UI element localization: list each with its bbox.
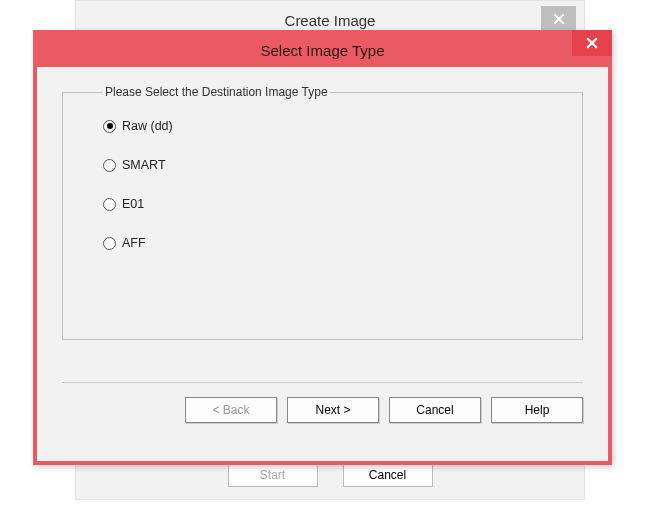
modal-close-button[interactable] [572, 30, 612, 56]
back-button[interactable]: < Back [185, 397, 277, 423]
radio-indicator [103, 198, 116, 211]
start-button[interactable]: Start [228, 463, 318, 487]
next-button[interactable]: Next > [287, 397, 379, 423]
radio-aff[interactable]: AFF [103, 236, 542, 250]
radio-indicator [103, 237, 116, 250]
modal-button-row: < Back Next > Cancel Help [37, 383, 608, 423]
modal-title: Select Image Type [261, 42, 385, 59]
radio-indicator [103, 120, 116, 133]
modal-body: Please Select the Destination Image Type… [37, 67, 608, 340]
cancel-button[interactable]: Cancel [389, 397, 481, 423]
radio-smart[interactable]: SMART [103, 158, 542, 172]
radio-label: Raw (dd) [122, 119, 173, 133]
image-type-group: Please Select the Destination Image Type… [62, 85, 583, 340]
select-image-type-dialog: Select Image Type Please Select the Dest… [33, 30, 612, 465]
parent-title: Create Image [285, 12, 376, 29]
modal-title-bar: Select Image Type [37, 34, 608, 67]
radio-raw-dd[interactable]: Raw (dd) [103, 119, 542, 133]
parent-close-button[interactable] [541, 6, 576, 31]
radio-e01[interactable]: E01 [103, 197, 542, 211]
group-legend: Please Select the Destination Image Type [103, 85, 330, 99]
close-icon [553, 13, 565, 25]
radio-label: SMART [122, 158, 166, 172]
parent-cancel-button[interactable]: Cancel [343, 463, 433, 487]
help-button[interactable]: Help [491, 397, 583, 423]
radio-indicator [103, 159, 116, 172]
close-icon [586, 37, 598, 49]
radio-label: AFF [122, 236, 146, 250]
radio-list: Raw (dd) SMART E01 AFF [103, 109, 542, 250]
radio-label: E01 [122, 197, 144, 211]
parent-button-row: Start Cancel [76, 463, 584, 487]
